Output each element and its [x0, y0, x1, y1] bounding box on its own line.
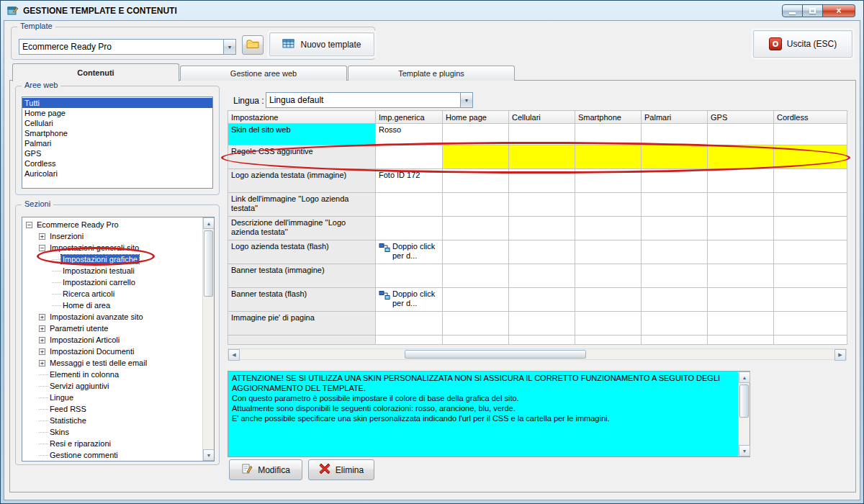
setting-name-cell[interactable]: Regole CSS aggiuntive [228, 145, 376, 169]
setting-area-cell[interactable] [575, 193, 642, 217]
scroll-down-icon[interactable]: ▼ [739, 445, 750, 456]
setting-generic-cell[interactable] [376, 264, 443, 288]
tree-item[interactable]: Lingue [22, 392, 202, 403]
tree-item[interactable]: −Ecommerce Ready Pro [22, 219, 202, 230]
setting-area-cell[interactable] [642, 288, 708, 312]
setting-area-cell[interactable] [575, 288, 642, 312]
setting-generic-cell[interactable] [376, 145, 443, 169]
tree-scrollbar[interactable]: ▲ ▼ [202, 217, 214, 461]
setting-name-cell[interactable]: Banner testata (immagine) [228, 264, 376, 288]
tab-gestione-aree-web[interactable]: Gestione aree web [180, 66, 347, 81]
setting-area-cell[interactable] [774, 312, 847, 336]
new-template-button[interactable]: Nuovo template [269, 32, 374, 56]
expand-icon[interactable]: + [39, 233, 45, 240]
expand-icon[interactable]: + [39, 348, 45, 355]
setting-area-cell[interactable] [443, 193, 509, 217]
setting-area-cell[interactable] [708, 193, 774, 217]
expand-icon[interactable]: + [39, 337, 45, 343]
expand-icon[interactable]: + [39, 325, 45, 332]
edit-button[interactable]: Modifica [229, 459, 302, 480]
info-scrollbar-thumb[interactable] [739, 384, 749, 418]
tree-item[interactable]: Servizi aggiuntivi [22, 380, 202, 392]
column-header-home-page[interactable]: Home page [443, 111, 509, 124]
list-item-cordless[interactable]: Cordless [22, 158, 212, 168]
setting-area-cell[interactable] [642, 240, 708, 264]
chevron-down-icon[interactable]: ▼ [223, 40, 235, 54]
setting-area-cell[interactable] [774, 240, 847, 264]
tree-item[interactable]: +Parametri utente [22, 323, 202, 334]
setting-generic-cell[interactable]: Doppio click per d... [376, 240, 443, 264]
tab-contenuti[interactable]: Contenuti [12, 63, 179, 81]
delete-button[interactable]: Elimina [308, 459, 374, 480]
setting-area-cell[interactable] [642, 264, 708, 288]
table-scrollbar-track[interactable] [240, 349, 834, 359]
setting-name-cell[interactable]: Logo azienda testata (flash) [228, 240, 376, 264]
table-horizontal-scrollbar[interactable]: ◀ ▶ [228, 348, 847, 360]
setting-area-cell[interactable] [443, 288, 509, 312]
chevron-down-icon[interactable]: ▼ [460, 93, 472, 107]
expand-icon[interactable]: + [39, 360, 45, 366]
setting-area-cell[interactable] [509, 240, 575, 264]
table-scrollbar-thumb[interactable] [405, 350, 586, 359]
list-item-tutti[interactable]: Tutti [22, 98, 212, 108]
setting-name-cell[interactable]: Immagine pie' di pagina [228, 312, 376, 336]
tree-item[interactable]: Resi e riparazioni [22, 438, 202, 449]
setting-area-cell[interactable] [443, 217, 509, 240]
setting-generic-cell[interactable]: Doppio click per d... [376, 288, 443, 312]
setting-area-cell[interactable] [774, 217, 847, 240]
language-select[interactable]: Lingua default ▼ [266, 92, 473, 108]
tree-item[interactable]: +Impostazioni avanzate sito [22, 311, 202, 323]
setting-name-cell[interactable]: Logo azienda testata (immagine) [228, 169, 376, 193]
column-header-cordless[interactable]: Cordless [774, 111, 847, 124]
setting-area-cell[interactable] [443, 145, 509, 169]
setting-area-cell[interactable] [708, 124, 774, 145]
tree-scrollbar-track[interactable] [203, 229, 214, 449]
minimize-button[interactable] [782, 4, 803, 17]
tree-item[interactable]: Statistiche [22, 415, 202, 426]
setting-area-cell[interactable] [509, 288, 575, 312]
tree-item[interactable]: +Impostazioni Articoli [22, 334, 202, 346]
tree-scrollbar-thumb[interactable] [204, 230, 213, 297]
setting-area-cell[interactable] [642, 169, 708, 193]
setting-area-cell[interactable] [575, 124, 642, 145]
setting-generic-cell[interactable]: Rosso [376, 124, 443, 145]
tree-item[interactable]: +Messaggi e testi delle email [22, 357, 202, 369]
titlebar[interactable]: GESTIONE TEMPLATE E CONTENUTI × [2, 2, 862, 19]
setting-area-cell[interactable] [642, 312, 708, 336]
scroll-up-icon[interactable]: ▲ [739, 372, 750, 383]
setting-name-cell[interactable]: Link dell'immagine ''Logo azienda testat… [228, 193, 376, 217]
list-item-home-page[interactable]: Home page [22, 108, 212, 118]
setting-area-cell[interactable] [443, 169, 509, 193]
setting-area-cell[interactable] [509, 169, 575, 193]
setting-area-cell[interactable] [575, 264, 642, 288]
collapse-icon[interactable]: − [39, 245, 45, 251]
setting-area-cell[interactable] [774, 288, 847, 312]
setting-area-cell[interactable] [708, 312, 774, 336]
tab-template-e-plugins[interactable]: Template e plugins [348, 66, 515, 81]
tree-item[interactable]: Elementi in colonna [22, 369, 202, 380]
close-button[interactable]: × [823, 4, 855, 17]
setting-area-cell[interactable] [509, 145, 575, 169]
template-select[interactable]: Ecommerce Ready Pro ▼ [19, 39, 236, 55]
tree-item[interactable]: Feed RSS [22, 403, 202, 415]
tree-item[interactable]: Gestione commenti [22, 449, 202, 461]
setting-area-cell[interactable] [774, 145, 847, 169]
open-folder-button[interactable] [242, 35, 264, 55]
column-header-smartphone[interactable]: Smartphone [575, 111, 642, 124]
setting-area-cell[interactable] [774, 124, 847, 145]
setting-area-cell[interactable] [774, 169, 847, 193]
setting-area-cell[interactable] [774, 193, 847, 217]
list-item-smartphone[interactable]: Smartphone [22, 128, 212, 138]
list-item-palmari[interactable]: Palmari [22, 138, 212, 148]
setting-area-cell[interactable] [575, 217, 642, 240]
scroll-left-icon[interactable]: ◀ [228, 349, 240, 361]
setting-area-cell[interactable] [708, 145, 774, 169]
setting-generic-cell[interactable]: Foto ID 172 [376, 169, 443, 193]
scroll-down-icon[interactable]: ▼ [203, 449, 215, 461]
setting-area-cell[interactable] [443, 240, 509, 264]
setting-area-cell[interactable] [509, 193, 575, 217]
tree-item[interactable]: −Impostazioni generali sito [22, 242, 202, 253]
tree-item[interactable]: Home di area [22, 300, 202, 311]
setting-area-cell[interactable] [708, 240, 774, 264]
tree-item[interactable]: +Inserzioni [22, 230, 202, 242]
